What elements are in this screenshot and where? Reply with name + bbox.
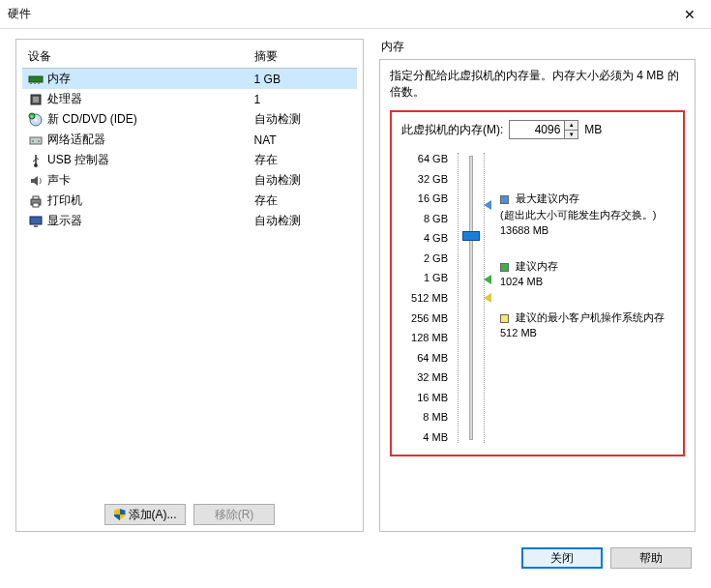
svg-text:+: + bbox=[31, 113, 34, 119]
table-row[interactable]: 网络适配器NAT bbox=[22, 130, 357, 150]
memory-legend: 最大建议内存 (超出此大小可能发生内存交换。) 13688 MB 建议内存 10… bbox=[494, 153, 673, 443]
add-button-label: 添加(A)... bbox=[129, 507, 177, 523]
group-title: 内存 bbox=[379, 39, 696, 59]
memory-icon bbox=[28, 72, 44, 87]
window-title: 硬件 bbox=[8, 6, 31, 22]
memory-group: 指定分配给此虚拟机的内存量。内存大小必须为 4 MB 的倍数。 此虚拟机的内存(… bbox=[379, 59, 696, 532]
device-summary: 1 GB bbox=[249, 69, 357, 90]
device-summary: 自动检测 bbox=[249, 109, 357, 130]
slider-tick: 16 GB bbox=[401, 192, 448, 204]
printer-icon bbox=[28, 193, 44, 209]
table-row[interactable]: 显示器自动检测 bbox=[22, 211, 357, 231]
svg-point-7 bbox=[35, 118, 38, 121]
svg-rect-3 bbox=[38, 82, 40, 84]
remove-button-label: 移除(R) bbox=[215, 507, 254, 523]
legend-min-title: 建议的最小客户机操作系统内存 bbox=[516, 311, 665, 323]
slider-tick: 1 GB bbox=[401, 272, 448, 283]
shield-icon bbox=[114, 509, 126, 520]
spin-down-icon[interactable]: ▼ bbox=[565, 131, 578, 139]
slider-tick: 64 GB bbox=[401, 153, 448, 164]
slider-thumb[interactable] bbox=[462, 231, 480, 241]
device-summary: 自动检测 bbox=[249, 211, 357, 231]
svg-rect-10 bbox=[30, 137, 42, 144]
device-summary: 存在 bbox=[249, 150, 357, 170]
table-row[interactable]: USB 控制器存在 bbox=[22, 150, 357, 170]
device-name: 新 CD/DVD (IDE) bbox=[47, 112, 137, 126]
display-icon bbox=[28, 214, 44, 229]
add-button[interactable]: 添加(A)... bbox=[104, 504, 186, 525]
svg-rect-5 bbox=[33, 97, 39, 103]
close-button-label: 关闭 bbox=[550, 550, 574, 567]
device-name: 打印机 bbox=[47, 193, 82, 207]
legend-min: 建议的最小客户机操作系统内存 512 MB bbox=[500, 310, 673, 338]
slider-tick: 256 MB bbox=[401, 312, 448, 324]
device-table: 设备 摘要 内存1 GB处理器1+新 CD/DVD (IDE)自动检测网络适配器… bbox=[22, 45, 357, 231]
device-panel: 设备 摘要 内存1 GB处理器1+新 CD/DVD (IDE)自动检测网络适配器… bbox=[15, 39, 364, 532]
memory-slider-zone: 64 GB32 GB16 GB8 GB4 GB2 GB1 GB512 MB256… bbox=[401, 153, 673, 443]
device-summary: 存在 bbox=[249, 191, 357, 211]
device-name: 网络适配器 bbox=[47, 132, 105, 146]
legend-rec: 建议内存 1024 MB bbox=[500, 259, 673, 287]
slider-tick: 16 MB bbox=[401, 392, 448, 403]
svg-rect-1 bbox=[30, 82, 32, 84]
legend-min-swatch bbox=[500, 314, 509, 323]
legend-rec-swatch bbox=[500, 263, 509, 272]
table-row[interactable]: +新 CD/DVD (IDE)自动检测 bbox=[22, 109, 357, 130]
usb-icon bbox=[28, 153, 44, 168]
svg-point-11 bbox=[32, 140, 34, 142]
slider-tick: 64 MB bbox=[401, 352, 448, 364]
device-name: 处理器 bbox=[47, 92, 82, 105]
legend-max-note: (超出此大小可能发生内存交换。) bbox=[500, 208, 673, 222]
table-row[interactable]: 声卡自动检测 bbox=[22, 170, 357, 191]
close-icon[interactable]: ✕ bbox=[676, 7, 703, 22]
device-name: USB 控制器 bbox=[47, 153, 109, 166]
legend-rec-value: 1024 MB bbox=[500, 276, 673, 287]
cd-icon: + bbox=[28, 112, 44, 128]
memory-input[interactable] bbox=[510, 121, 564, 138]
highlight-box: 此虚拟机的内存(M): ▲ ▼ MB 64 GB32 GB16 GB8 GB4 … bbox=[390, 110, 685, 456]
device-name: 显示器 bbox=[47, 214, 82, 227]
col-device[interactable]: 设备 bbox=[22, 45, 249, 69]
legend-max: 最大建议内存 (超出此大小可能发生内存交换。) 13688 MB bbox=[500, 191, 673, 236]
marker-min-icon bbox=[484, 293, 491, 303]
legend-max-value: 13688 MB bbox=[500, 224, 673, 236]
content-area: 设备 摘要 内存1 GB处理器1+新 CD/DVD (IDE)自动检测网络适配器… bbox=[0, 29, 711, 540]
device-name: 声卡 bbox=[47, 173, 71, 187]
help-button[interactable]: 帮助 bbox=[610, 547, 692, 569]
svg-point-13 bbox=[34, 163, 38, 167]
memory-desc: 指定分配给此虚拟机的内存量。内存大小必须为 4 MB 的倍数。 bbox=[390, 68, 685, 101]
table-row[interactable]: 打印机存在 bbox=[22, 191, 357, 211]
memory-spinner[interactable]: ▲ ▼ bbox=[509, 120, 578, 139]
table-row[interactable]: 处理器1 bbox=[22, 89, 357, 109]
marker-rec-icon bbox=[484, 275, 491, 284]
svg-rect-16 bbox=[33, 203, 39, 207]
marker-max-icon bbox=[484, 200, 491, 210]
slider-tick: 8 GB bbox=[401, 213, 448, 224]
device-name: 内存 bbox=[47, 72, 71, 85]
slider-tick: 128 MB bbox=[401, 332, 448, 343]
memory-label: 此虚拟机的内存(M): bbox=[401, 122, 503, 138]
svg-rect-2 bbox=[34, 82, 36, 84]
help-button-label: 帮助 bbox=[639, 550, 663, 567]
table-row[interactable]: 内存1 GB bbox=[22, 69, 357, 90]
remove-button: 移除(R) bbox=[193, 504, 275, 525]
legend-min-value: 512 MB bbox=[500, 327, 673, 338]
svg-point-12 bbox=[38, 140, 40, 142]
legend-rec-title: 建议内存 bbox=[516, 260, 558, 272]
slider-tick: 32 GB bbox=[401, 173, 448, 185]
slider-tick: 8 MB bbox=[401, 411, 448, 423]
slider-track bbox=[469, 156, 473, 440]
sound-icon bbox=[28, 173, 44, 189]
device-summary: NAT bbox=[249, 130, 357, 150]
slider-tick-labels: 64 GB32 GB16 GB8 GB4 GB2 GB1 GB512 MB256… bbox=[401, 153, 448, 443]
col-summary[interactable]: 摘要 bbox=[249, 45, 357, 69]
slider-tick: 4 MB bbox=[401, 431, 448, 443]
net-icon bbox=[28, 132, 44, 148]
titlebar: 硬件 ✕ bbox=[0, 0, 711, 29]
slider-tick: 32 MB bbox=[401, 371, 448, 383]
svg-rect-17 bbox=[30, 217, 42, 224]
memory-slider[interactable] bbox=[458, 153, 485, 443]
memory-input-row: 此虚拟机的内存(M): ▲ ▼ MB bbox=[401, 120, 673, 139]
spin-up-icon[interactable]: ▲ bbox=[565, 121, 578, 131]
close-button[interactable]: 关闭 bbox=[521, 547, 603, 569]
